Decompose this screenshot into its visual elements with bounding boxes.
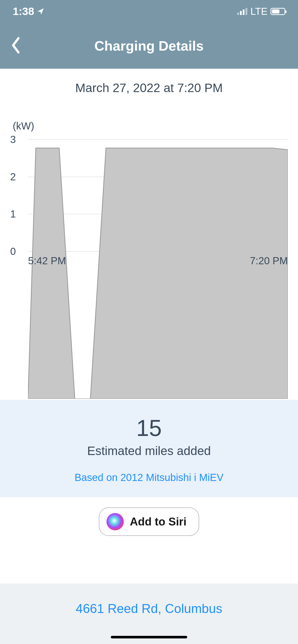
miles-value: 15: [0, 415, 298, 441]
miles-section: 15 Estimated miles added Based on 2012 M…: [0, 400, 298, 497]
y-tick-3: 3: [10, 134, 16, 145]
siri-label: Add to Siri: [130, 515, 186, 528]
status-bar: 1:38 LTE: [0, 0, 298, 23]
y-tick-1: 1: [10, 208, 16, 220]
y-tick-2: 2: [10, 171, 16, 182]
miles-label: Estimated miles added: [0, 444, 298, 458]
nav-header: Charging Details: [0, 23, 298, 69]
page-title: Charging Details: [94, 38, 204, 54]
siri-icon: [106, 513, 124, 530]
chevron-left-icon: [10, 36, 21, 54]
add-to-siri-button[interactable]: Add to Siri: [99, 507, 199, 536]
power-chart: 3 2 1 0 5:42 PM 7:20 PM: [20, 139, 288, 251]
y-tick-0: 0: [10, 246, 16, 257]
siri-row: Add to Siri: [0, 497, 298, 546]
chart-section: (kW) 3 2 1 0 5:42 PM 7:20 PM: [0, 100, 298, 259]
address-link[interactable]: 4661 Reed Rd, Columbus: [0, 601, 298, 616]
network-label: LTE: [250, 6, 267, 17]
battery-icon: [270, 8, 285, 15]
x-tick-start: 5:42 PM: [28, 255, 66, 267]
session-datetime: March 27, 2022 at 7:20 PM: [0, 69, 298, 100]
status-indicators: LTE: [237, 6, 285, 17]
location-icon: [37, 8, 44, 15]
signal-icon: [237, 8, 247, 15]
back-button[interactable]: [10, 36, 21, 55]
x-tick-end: 7:20 PM: [250, 255, 288, 267]
home-indicator[interactable]: [111, 636, 187, 638]
status-time: 1:38: [13, 5, 34, 18]
chart-y-unit: (kW): [13, 120, 288, 132]
chart-area-plot: [28, 139, 288, 399]
footer-address-bar: 4661 Reed Rd, Columbus: [0, 583, 298, 644]
miles-basis-link[interactable]: Based on 2012 Mitsubishi i MiEV: [0, 472, 298, 483]
status-time-group: 1:38: [13, 5, 44, 18]
svg-marker-0: [28, 148, 288, 399]
